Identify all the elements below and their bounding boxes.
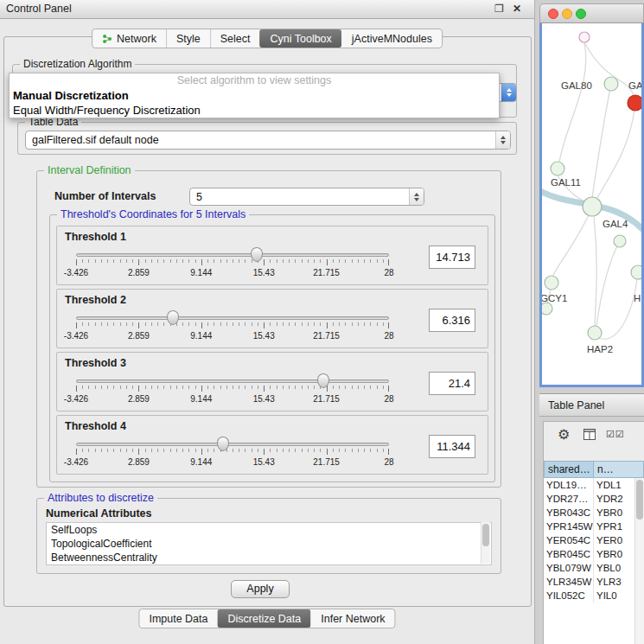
float-panel-icon[interactable]: ❐ <box>494 3 504 15</box>
threshold-4-value-field[interactable]: 11.344 <box>429 435 475 458</box>
tab-select[interactable]: Select <box>210 29 260 48</box>
column-header-shared-name[interactable]: shared… <box>544 461 594 478</box>
threshold-2-value-field[interactable]: 6.316 <box>429 309 475 332</box>
table-row[interactable]: YBR043C YBR0 <box>544 506 644 520</box>
threshold-3-slider-track <box>76 379 389 383</box>
scale-tick-label: 21.715 <box>313 268 340 277</box>
tab-infer-network[interactable]: Infer Network <box>310 609 394 628</box>
cell-shared-name[interactable]: YLR345W <box>544 575 594 589</box>
tab-jactivemnodules[interactable]: jActiveMNodules <box>341 29 442 48</box>
scale-tick-label: 28 <box>384 394 393 404</box>
control-panel: Control Panel ❐ ✕ Network Style Select C… <box>0 0 535 644</box>
tab-style[interactable]: Style <box>166 29 210 48</box>
threshold-1-slider-track <box>76 253 389 257</box>
table-row[interactable]: YBL079W YBL0 <box>544 561 644 575</box>
interval-definition-group: Interval Definition Number of Intervals … <box>36 170 501 488</box>
network-node[interactable] <box>631 265 641 279</box>
threshold-2-slider-track <box>76 316 389 320</box>
network-edge <box>552 215 589 277</box>
cell-shared-name[interactable]: YBR045C <box>544 547 594 561</box>
table-row[interactable]: YDR27… YDR2 <box>544 492 644 506</box>
interval-definition-group-label: Interval Definition <box>44 164 135 176</box>
network-node-hap2[interactable] <box>588 326 602 340</box>
window-zoom-button[interactable] <box>576 9 586 19</box>
network-node-label: GA <box>628 80 641 91</box>
column-chooser-icon[interactable] <box>583 429 596 440</box>
scale-tick-label: 2.859 <box>128 331 150 341</box>
table-row[interactable]: YLR345W YLR3 <box>544 575 644 589</box>
algorithm-dropdown-popup: Select algorithm to view settings Manual… <box>9 73 500 118</box>
network-node-gcy1[interactable] <box>545 276 558 290</box>
tab-cyni-toolbox[interactable]: Cyni Toolbox <box>259 29 341 48</box>
thresholds-group: Threshold's Coordinates for 5 Intervals … <box>49 214 495 482</box>
threshold-2-slider[interactable]: -3.4262.8599.14415.4321.71528 <box>76 310 389 345</box>
network-node-gal4[interactable] <box>583 197 602 216</box>
cell-shared-name[interactable]: YIL052C <box>544 589 594 603</box>
discretization-algorithm-group-label: Discretization Algorithm <box>20 58 135 70</box>
table-body[interactable]: YDL19… YDL1 YDR27… YDR2 YBR043C YBR0 YPR… <box>544 478 644 644</box>
network-node[interactable] <box>614 235 626 247</box>
table-data-combobox[interactable]: galFiltered.sif default node <box>25 131 511 150</box>
cell-shared-name[interactable]: YDR27… <box>544 492 594 506</box>
table-panel-header[interactable]: Table Panel <box>539 393 644 417</box>
scale-tick-label: 28 <box>384 268 393 277</box>
table-data-selected-value: galFiltered.sif default node <box>26 134 495 146</box>
threshold-3-slider[interactable]: -3.4262.8599.14415.4321.71528 <box>76 373 389 408</box>
threshold-1-slider[interactable]: -3.4262.8599.14415.4321.71528 <box>76 247 389 282</box>
network-node-label: H <box>634 293 641 303</box>
window-minimize-button[interactable] <box>562 9 572 19</box>
network-node-selected[interactable] <box>628 95 641 111</box>
cell-shared-name[interactable]: YER054C <box>544 533 594 547</box>
scale-tick-label: 9.144 <box>190 457 212 467</box>
threshold-3-value-field[interactable]: 21.4 <box>429 372 475 395</box>
network-edge <box>596 110 634 201</box>
table-row[interactable]: YIL052C YIL0 <box>544 589 644 603</box>
attribute-list-item[interactable]: SelfLoops <box>47 523 491 537</box>
threshold-3-panel: Threshold 3 -3.4262.8599.14415.4321.7152… <box>56 352 488 411</box>
table-row[interactable]: YBR045C YBR0 <box>544 547 644 561</box>
number-of-intervals-combobox[interactable]: 5 <box>189 188 424 206</box>
tab-impute-data[interactable]: Impute Data <box>139 609 217 628</box>
threshold-1-value-field[interactable]: 14.713 <box>429 245 475 269</box>
algorithm-placeholder-option[interactable]: Select algorithm to view settings <box>10 73 499 88</box>
table-scrollbar-thumb[interactable] <box>636 480 643 520</box>
cell-shared-name[interactable]: YBR043C <box>544 506 594 520</box>
network-node-gal80[interactable] <box>604 77 618 91</box>
table-row[interactable]: YPR145W YPR1 <box>544 520 644 533</box>
tab-discretize-data-label: Discretize Data <box>228 613 302 625</box>
network-node[interactable] <box>542 303 552 315</box>
numerical-attributes-list[interactable]: SelfLoopsTopologicalCoefficientBetweenne… <box>46 522 492 565</box>
tab-network[interactable]: Network <box>92 29 166 48</box>
option-manual-discretization[interactable]: Manual Discretization <box>10 88 499 103</box>
attribute-list-item[interactable]: BetweennessCentrality <box>47 551 491 564</box>
tab-jactivemnodules-label: jActiveMNodules <box>352 33 432 45</box>
network-node-gal11[interactable] <box>551 162 564 175</box>
table-scrollbar[interactable] <box>634 478 644 644</box>
close-panel-icon[interactable]: ✕ <box>513 3 521 15</box>
window-close-button[interactable] <box>548 9 558 19</box>
select-columns-icon[interactable]: ☑☑ <box>606 429 625 440</box>
attribute-list-scrollbar-thumb[interactable] <box>482 524 489 546</box>
column-header-name[interactable]: n… <box>594 461 644 478</box>
attributes-group-label: Attributes to discretize <box>44 492 157 504</box>
scale-tick-label: 2.859 <box>128 394 150 404</box>
attribute-list-item[interactable]: TopologicalCoefficient <box>47 537 491 551</box>
attribute-list-scrollbar[interactable] <box>481 522 490 564</box>
option-equal-width-frequency[interactable]: Equal Width/Frequency Discretization <box>10 103 499 118</box>
apply-button[interactable]: Apply <box>231 580 290 598</box>
scale-tick-label: 15.43 <box>253 331 275 341</box>
cell-shared-name[interactable]: YPR145W <box>544 520 594 533</box>
network-node-label: GAL11 <box>551 177 581 188</box>
network-window-titlebar[interactable] <box>539 3 644 23</box>
cell-shared-name[interactable]: YDL19… <box>544 478 594 492</box>
table-row[interactable]: YER054C YER0 <box>544 533 644 547</box>
threshold-4-slider[interactable]: -3.4262.8599.14415.4321.71528 <box>76 437 389 471</box>
network-edge <box>592 84 611 198</box>
network-node[interactable] <box>579 32 590 42</box>
settings-gear-icon[interactable]: ⚙ <box>558 426 570 443</box>
table-row[interactable]: YDL19… YDL1 <box>544 478 644 492</box>
tab-network-label: Network <box>117 33 156 45</box>
cell-shared-name[interactable]: YBL079W <box>544 561 594 575</box>
tab-discretize-data[interactable]: Discretize Data <box>218 609 311 628</box>
network-canvas[interactable]: GAL80 GA GAL11 GAL4 GCY1 HAP2 H <box>539 23 644 387</box>
